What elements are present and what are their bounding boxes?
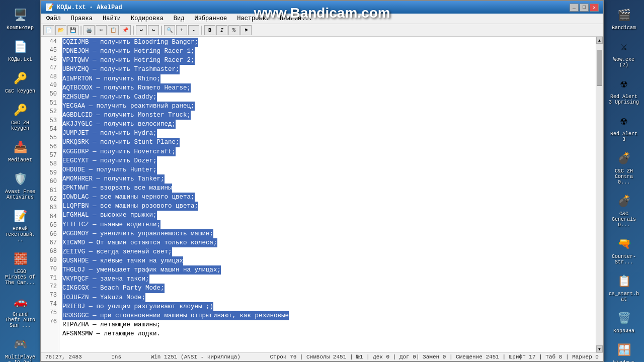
desktop-icon-counter-strike[interactable]: 🔫 Counter-Str... xyxy=(606,233,642,267)
code-text-52: AGBDLCID — получить Monster Truck; xyxy=(62,111,191,120)
scroll-track[interactable] xyxy=(596,44,603,345)
tb-save[interactable]: 💾 xyxy=(67,25,78,35)
line-number-58: 58 xyxy=(43,160,57,168)
icon-label-cs-start-bat: cs_start.bat xyxy=(608,291,640,302)
desktop-icon-multiplayer[interactable]: 🎮 MultiPlayer [0.3e] xyxy=(2,333,38,362)
desktop-sidebar-left: 🖥️ Компьютер 📄 КОДы.txt 🔑 C&C keygen 🔑 C… xyxy=(0,0,40,362)
desktop-icon-gta-san[interactable]: 🚗 Grand Theft Auto San ... xyxy=(2,291,38,330)
tb-paste[interactable]: 📌 xyxy=(120,25,131,35)
minimize-button[interactable]: _ xyxy=(570,4,579,12)
line-number-65: 65 xyxy=(43,221,57,230)
icon-label-red-alert-3: Red Alert 3 xyxy=(608,131,640,142)
scroll-up-button[interactable]: ▲ xyxy=(596,37,603,44)
line-numbers: 4445464748495051525354555657585960616263… xyxy=(41,37,59,352)
tb-print[interactable]: 🖨️ xyxy=(84,25,95,35)
vertical-scrollbar[interactable]: ▲ ▼ xyxy=(596,37,603,352)
icon-label-multiplayer: MultiPlayer [0.3e] xyxy=(4,354,36,362)
tb-redo[interactable]: ↪️ xyxy=(148,25,159,35)
maximize-button[interactable]: □ xyxy=(580,4,589,12)
menu-item----------[interactable]: Плагин... xyxy=(275,14,317,24)
line-number-62: 62 xyxy=(43,195,57,204)
line-number-60: 60 xyxy=(43,177,57,186)
code-line-64: YLTEICZ — пьяные водители; xyxy=(62,220,593,229)
desktop-icon-cs-start-bat[interactable]: 📋 cs_start.bat xyxy=(606,270,642,304)
line-number-74: 74 xyxy=(43,300,57,309)
code-line-74: BSXSGGC — при столкновении машины отпрыг… xyxy=(62,311,593,320)
desktop-icon-red-alert-3[interactable]: ☢️ Red Alert 3 xyxy=(606,110,642,144)
close-button[interactable]: ✕ xyxy=(590,4,599,12)
tb-zoom-out[interactable]: - xyxy=(188,25,199,35)
icon-img-lego-pirates: 🧱 xyxy=(11,250,29,268)
tb-cut[interactable]: ✂️ xyxy=(96,25,107,35)
icon-label-bandicam: Bandicam xyxy=(612,25,636,31)
desktop-icon-red-alert-3-uprising[interactable]: ☢️ Red Alert 3 Uprising xyxy=(606,73,642,107)
code-text-47: UBHYZHQ — получить Trashmaster; xyxy=(62,65,180,74)
icon-img-counter-strike: 🔫 xyxy=(615,235,633,253)
code-line-55: URKQSRK — получить Stunt Plane; xyxy=(62,138,593,147)
line-number-46: 46 xyxy=(43,55,57,64)
code-content[interactable]: CQZIJMB — получить Bloodring Banger;PDNE… xyxy=(59,37,596,352)
status-insert: Ins xyxy=(111,354,121,360)
desktop-icon-cnc-generals-d[interactable]: 💣 C&C Generals D... xyxy=(606,190,642,230)
tb-extra2[interactable]: ⚑ xyxy=(240,25,252,35)
tb-copy[interactable]: 📋 xyxy=(108,25,119,35)
tb-new[interactable]: 📄 xyxy=(43,25,54,35)
code-text-48: AIWPRTON — получить Rhino; xyxy=(62,74,160,83)
code-text-53: AKJJYGLC — получить велосипед; xyxy=(62,120,176,129)
icon-label-cnc-zh-contra: C&C ZH Contra 0... xyxy=(608,168,640,185)
desktop-icon-mediaget[interactable]: 📥 MediaGet xyxy=(2,136,38,165)
menu-item----------[interactable]: Настройки xyxy=(232,14,275,24)
code-line-65: PGGOMOY — увеличить управляемость машин; xyxy=(62,229,593,238)
code-text-45: PDNEJOH — получить Hotring Racer 1; xyxy=(62,47,195,56)
desktop-icon-lego-pirates[interactable]: 🧱 LEGO Pirates Of The Car... xyxy=(2,248,38,288)
desktop-icon-cnc-keygen[interactable]: 🔑 C&C keygen xyxy=(2,67,38,96)
desktop-icon-recycle-bin[interactable]: 🗑️ Корзина xyxy=(606,307,642,336)
code-text-71: CIKGCGX — Beach Party Mode; xyxy=(62,284,165,293)
tb-undo[interactable]: ↩️ xyxy=(136,25,147,35)
menu-item------[interactable]: Найти xyxy=(98,14,126,24)
code-line-68: GUSNHDE — клёвые тачки на улицах xyxy=(62,256,593,265)
desktop-icon-codes-txt[interactable]: 📄 КОДы.txt xyxy=(2,36,38,64)
tb-find[interactable]: 🔍 xyxy=(164,25,175,35)
tb-zoom-in[interactable]: + xyxy=(176,25,187,35)
tb-extra[interactable]: % xyxy=(228,25,239,35)
line-number-54: 54 xyxy=(43,125,57,134)
desktop-icon-wow[interactable]: ⚔️ Wow.exe (2) xyxy=(606,36,642,70)
menu-item----[interactable]: Вид xyxy=(169,14,190,24)
code-text-57: EEGCYXT — получить Dozer; xyxy=(62,156,157,165)
menu-item----------[interactable]: Кодировка xyxy=(126,14,169,24)
line-number-45: 45 xyxy=(43,46,57,55)
code-line-76: AFSNMSMW — летающие лодки. xyxy=(62,329,593,338)
desktop-icon-computer[interactable]: 🖥️ Компьютер xyxy=(2,4,38,33)
code-line-70: VKYPQCF — замена такси; xyxy=(62,275,593,284)
desktop-icon-windows[interactable]: 🪟 Windows 7601 Сборка 96... xyxy=(606,339,642,362)
line-number-57: 57 xyxy=(43,151,57,160)
code-line-71: CIKGCGX — Beach Party Mode; xyxy=(62,284,593,293)
menu-item----------[interactable]: Избранное xyxy=(189,14,232,24)
desktop-icon-bandicam[interactable]: 🎬 Bandicam xyxy=(606,4,642,33)
code-text-73: PRIEBJ — по улицам разгуливают клоуны ;) xyxy=(62,302,213,311)
code-line-61: IOWDLAC — все машины черного цвета; xyxy=(62,193,593,202)
code-line-58: OHDUDE — получить Hunter; xyxy=(62,165,593,174)
tb-italic[interactable]: I xyxy=(216,25,227,35)
menu-item-------[interactable]: Правка xyxy=(66,14,98,24)
desktop-icon-avast[interactable]: 🛡️ Avast Free Antivirus xyxy=(2,168,38,202)
code-text-70: VKYPQCF — замена такси; xyxy=(62,275,149,284)
tb-open[interactable]: 📂 xyxy=(55,25,66,35)
code-line-48: AIWPRTON — получить Rhino; xyxy=(62,74,593,83)
scroll-thumb[interactable] xyxy=(597,50,602,86)
code-text-62: LLQPFBN — все машины розового цвета; xyxy=(62,202,198,211)
desktop-icon-cnc-zh-contra[interactable]: 💣 C&C ZH Contra 0... xyxy=(606,147,642,187)
menu-item-----[interactable]: Файл xyxy=(41,14,66,24)
line-number-72: 72 xyxy=(43,283,57,291)
code-line-46: VPJTQWV — получить Hotring Racer 2; xyxy=(62,56,593,65)
line-number-51: 51 xyxy=(43,99,57,108)
tb-bold[interactable]: B xyxy=(204,25,215,35)
icon-img-mediaget: 📥 xyxy=(11,138,29,156)
scroll-down-button[interactable]: ▼ xyxy=(596,345,603,352)
desktop-icon-cnc-zh-keygen[interactable]: 🔑 C&C ZH keygen xyxy=(2,99,38,133)
icon-label-cnc-generals-d: C&C Generals D... xyxy=(608,211,640,228)
window-title: КОДы.txt - AkelPad xyxy=(57,4,122,11)
icon-img-red-alert-3-uprising: ☢️ xyxy=(615,75,633,93)
desktop-icon-new-text[interactable]: 📝 Новый текстовый... xyxy=(2,205,38,245)
